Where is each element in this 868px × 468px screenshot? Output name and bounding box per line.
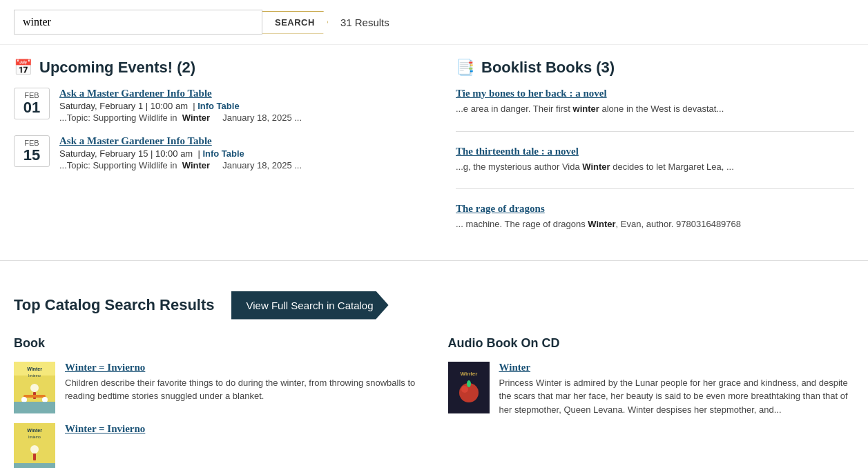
catalog-section: Top Catalog Search Results View Full Sea…: [0, 275, 868, 469]
booklist-item: The thirteenth tale : a novel ...g, the …: [456, 146, 854, 174]
booklist-item-title[interactable]: The thirteenth tale : a novel: [456, 146, 854, 157]
booklist-item-title[interactable]: Tie my bones to her back : a novel: [456, 88, 854, 99]
event-title[interactable]: Ask a Master Gardener Info Table: [59, 88, 428, 99]
event-badge: Info Table: [197, 101, 239, 111]
event-desc-pre: ...Topic: Supporting Wildlife in: [59, 113, 177, 123]
event-details: Ask a Master Gardener Info Table Saturda…: [59, 88, 428, 123]
search-button[interactable]: SEARCH: [262, 11, 328, 34]
catalog-book-title[interactable]: Winter = Invierno: [65, 423, 421, 435]
book-cover-thumb: Winter Invierno: [14, 362, 55, 413]
audio-col-title: Audio Book On CD: [448, 336, 855, 351]
svg-rect-6: [23, 395, 46, 398]
svg-point-8: [42, 397, 48, 402]
svg-rect-9: [14, 402, 55, 413]
event-description: ...Topic: Supporting Wildlife in Winter …: [59, 160, 428, 170]
event-highlight: Winter: [182, 113, 210, 123]
event-meta: Saturday, February 15 | 10:00 am | Info …: [59, 148, 428, 159]
catalog-book-info: Winter = Invierno Children describe thei…: [65, 362, 421, 413]
view-catalog-button[interactable]: View Full Search in Catalog: [231, 291, 389, 320]
svg-point-19: [467, 380, 471, 387]
event-meta: Saturday, February 1 | 10:00 am | Info T…: [59, 101, 428, 111]
svg-text:Invierno: Invierno: [28, 435, 41, 439]
event-day: 01: [20, 99, 44, 116]
booklist-section-header: 📑 Booklist Books (3): [456, 59, 854, 77]
event-highlight: Winter: [182, 160, 210, 170]
calendar-icon: 📅: [14, 59, 32, 77]
catalog-book-title[interactable]: Winter = Invierno: [65, 362, 421, 373]
catalog-audio-desc: Princess Winter is admired by the Lunar …: [499, 376, 855, 417]
book-col-title: Book: [14, 336, 421, 351]
event-item: Feb 01 Ask a Master Gardener Info Table …: [14, 88, 428, 123]
catalog-audio-item: Winter Winter Princess Winter is admired…: [448, 362, 855, 417]
catalog-book-item: Winter Invierno Winter = Invierno Childr…: [14, 362, 421, 413]
svg-rect-15: [14, 463, 55, 469]
event-date-box: Feb 01: [14, 88, 50, 119]
catalog-title: Top Catalog Search Results: [14, 296, 215, 314]
booklist-item-desc: ... machine. The rage of dragons Winter,…: [456, 217, 854, 231]
svg-text:Invierno: Invierno: [28, 373, 41, 378]
catalog-book-info: Winter = Invierno: [65, 423, 421, 469]
events-section: 📅 Upcoming Events! (2) Feb 01 Ask a Mast…: [14, 59, 428, 246]
book-list-icon: 📑: [456, 59, 474, 77]
search-bar: SEARCH 31 Results: [0, 0, 868, 45]
catalog-book-item: Winter Invierno Winter = Invierno: [14, 423, 421, 469]
catalog-columns: Book Winter Invierno: [14, 336, 854, 469]
booklist-item-desc: ...e area in danger. Their first winter …: [456, 102, 854, 116]
event-badge: Info Table: [202, 148, 244, 159]
main-content: 📅 Upcoming Events! (2) Feb 01 Ask a Mast…: [0, 45, 868, 246]
event-date-note: January 18, 2025 ...: [222, 160, 302, 170]
catalog-header: Top Catalog Search Results View Full Sea…: [14, 291, 854, 320]
event-title[interactable]: Ask a Master Gardener Info Table: [59, 135, 428, 147]
audio-cover-thumb: Winter: [448, 362, 490, 413]
event-day: 15: [20, 147, 44, 164]
booklist-section-title: Booklist Books (3): [481, 59, 615, 77]
catalog-audio-title[interactable]: Winter: [499, 362, 855, 373]
audio-catalog-col: Audio Book On CD Winter Winter Princess: [448, 336, 855, 469]
event-time: Saturday, February 1 | 10:00 am: [59, 101, 188, 111]
event-date-note: January 18, 2025 ...: [222, 113, 302, 123]
svg-rect-14: [33, 454, 36, 460]
svg-text:Winter: Winter: [27, 367, 42, 371]
search-input[interactable]: [14, 10, 262, 35]
svg-point-20: [461, 386, 468, 393]
svg-text:Winter: Winter: [460, 371, 477, 377]
svg-point-4: [30, 384, 39, 392]
booklist-item-desc: ...g, the mysterious author Vida Winter …: [456, 160, 854, 174]
results-count: 31 Results: [340, 17, 389, 28]
event-item: Feb 15 Ask a Master Gardener Info Table …: [14, 135, 428, 170]
svg-point-7: [21, 397, 27, 402]
catalog-audio-info: Winter Princess Winter is admired by the…: [499, 362, 855, 417]
book-cover-thumb: Winter Invierno: [14, 423, 55, 469]
booklist-item-title[interactable]: The rage of dragons: [456, 203, 854, 215]
catalog-book-desc: Children describe their favorite things …: [65, 376, 421, 403]
event-time: Saturday, February 15 | 10:00 am: [59, 148, 193, 159]
event-description: ...Topic: Supporting Wildlife in Winter …: [59, 113, 428, 123]
event-details: Ask a Master Gardener Info Table Saturda…: [59, 135, 428, 170]
events-section-title: Upcoming Events! (2): [39, 59, 195, 77]
svg-point-13: [30, 445, 39, 454]
booklist-item: Tie my bones to her back : a novel ...e …: [456, 88, 854, 116]
book-catalog-col: Book Winter Invierno: [14, 336, 421, 469]
event-date-box: Feb 15: [14, 135, 50, 167]
event-desc-pre: ...Topic: Supporting Wildlife in: [59, 160, 177, 170]
events-section-header: 📅 Upcoming Events! (2): [14, 59, 428, 77]
booklist-item: The rage of dragons ... machine. The rag…: [456, 203, 854, 231]
svg-text:Winter: Winter: [27, 428, 42, 433]
booklist-section: 📑 Booklist Books (3) Tie my bones to her…: [456, 59, 854, 246]
